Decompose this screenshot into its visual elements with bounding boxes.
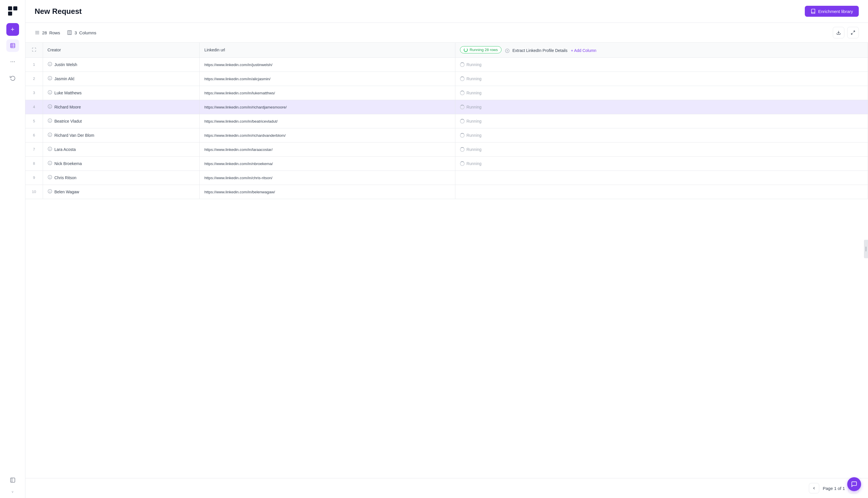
cell-creator: Beatrice Vladut <box>43 114 200 128</box>
row-spinner <box>460 105 464 109</box>
cell-index: 5 <box>25 114 43 128</box>
running-status: Running <box>460 105 863 109</box>
cell-status: Running <box>455 142 868 156</box>
svg-line-19 <box>853 31 855 32</box>
sidebar-item-more[interactable] <box>6 55 19 68</box>
enrichment-library-button[interactable]: Enrichment library <box>805 6 859 17</box>
table-row: 9 Chris Ritsonhttps://www.linkedin.com/i… <box>25 171 868 185</box>
creator-name: Belen Wagaw <box>54 189 79 194</box>
cell-status: Running <box>455 114 868 128</box>
creator-info-icon <box>48 161 52 167</box>
linkedin-url: https://www.linkedin.com/in/belenwagaw/ <box>204 190 275 194</box>
creator-info-icon <box>48 104 52 110</box>
row-spinner <box>460 133 464 137</box>
cell-url: https://www.linkedin.com/in/justinwelsh/ <box>200 57 455 71</box>
th-index <box>25 43 43 57</box>
creator-info-icon <box>48 118 52 124</box>
table-row: 6 Richard Van Der Blomhttps://www.linked… <box>25 128 868 142</box>
table-row: 10 Belen Wagawhttps://www.linkedin.com/i… <box>25 185 868 199</box>
table-container: Creator Linkedin url Running 28 rows <box>25 43 868 478</box>
rows-label: Rows <box>49 30 60 35</box>
cell-index: 9 <box>25 171 43 185</box>
svg-point-7 <box>10 62 11 62</box>
th-extract-label: Extract LinkedIn Profile Details <box>512 48 568 53</box>
creator-name: Richard Moore <box>54 105 81 109</box>
svg-rect-3 <box>10 43 15 48</box>
expand-tab-icon <box>865 246 867 252</box>
add-button[interactable]: + <box>6 23 19 36</box>
creator-name: Jasmin Alić <box>54 77 75 81</box>
svg-point-35 <box>50 107 50 107</box>
svg-point-26 <box>50 65 50 65</box>
cell-creator: Lara Acosta <box>43 142 200 156</box>
running-label: Running <box>466 133 481 137</box>
running-status: Running <box>460 147 863 152</box>
cell-status: Running <box>455 86 868 100</box>
table-row: 8 Nick Broekemahttps://www.linkedin.com/… <box>25 156 868 171</box>
page-title: New Request <box>35 7 82 16</box>
cell-url: https://www.linkedin.com/in/nbroekema/ <box>200 156 455 171</box>
cell-url: https://www.linkedin.com/in/laraacostar/ <box>200 142 455 156</box>
download-icon <box>836 30 841 35</box>
running-badge: Running 28 rows <box>460 46 501 53</box>
cell-status: Running <box>455 100 868 114</box>
cell-creator: Chris Ritson <box>43 171 200 185</box>
cell-status <box>455 171 868 185</box>
cell-index: 6 <box>25 128 43 142</box>
creator-info-icon <box>48 147 52 152</box>
creator-info-icon <box>48 189 52 195</box>
cell-creator: Richard Van Der Blom <box>43 128 200 142</box>
right-expand-tab[interactable] <box>864 240 868 258</box>
app-logo <box>6 4 19 17</box>
prev-page-button[interactable] <box>809 483 819 494</box>
linkedin-url: https://www.linkedin.com/in/alicjasmin/ <box>204 77 271 81</box>
cell-index: 4 <box>25 100 43 114</box>
creator-info-icon <box>48 90 52 96</box>
table-row: 1 Justin Welshhttps://www.linkedin.com/i… <box>25 57 868 71</box>
running-badge-label: Running 28 rows <box>470 48 498 52</box>
svg-rect-10 <box>10 478 15 482</box>
svg-point-38 <box>50 121 50 121</box>
sidebar-item-library[interactable] <box>6 474 19 486</box>
creator-name: Justin Welsh <box>54 62 77 67</box>
add-column-button[interactable]: + Add Column <box>568 47 599 54</box>
table-row: 3 Luke Matthewshttps://www.linkedin.com/… <box>25 86 868 100</box>
cell-index: 2 <box>25 71 43 86</box>
cell-index: 7 <box>25 142 43 156</box>
running-status: Running <box>460 133 863 137</box>
creator-name: Nick Broekema <box>54 161 82 166</box>
creator-info-icon <box>48 132 52 138</box>
toolbar-actions <box>833 27 859 38</box>
running-status: Running <box>460 62 863 67</box>
page-info: Page 1 of 1 <box>823 486 845 491</box>
cell-creator: Belen Wagaw <box>43 185 200 199</box>
enrichment-library-label: Enrichment library <box>818 9 853 14</box>
linkedin-url: https://www.linkedin.com/in/lukematthws/ <box>204 91 275 95</box>
download-button[interactable] <box>833 27 844 38</box>
creator-info-icon <box>48 175 52 181</box>
sidebar: + v <box>0 0 25 498</box>
cell-status: Running <box>455 156 868 171</box>
linkedin-url: https://www.linkedin.com/in/beatricevlad… <box>204 119 278 123</box>
chat-bubble[interactable] <box>847 477 861 491</box>
svg-point-47 <box>50 163 50 164</box>
linkedin-url: https://www.linkedin.com/in/chris-ritson… <box>204 176 272 180</box>
sidebar-bottom: v <box>6 474 19 494</box>
svg-point-8 <box>12 62 13 62</box>
linkedin-url: https://www.linkedin.com/in/richardvande… <box>204 133 285 137</box>
extract-icon <box>505 49 510 53</box>
svg-rect-2 <box>8 12 12 16</box>
cell-status: Running <box>455 57 868 71</box>
sidebar-item-table[interactable] <box>6 39 19 52</box>
cell-url: https://www.linkedin.com/in/chris-ritson… <box>200 171 455 185</box>
toolbar-stats: 28 Rows 3 Columns <box>35 30 96 35</box>
rows-count: 28 <box>42 30 47 35</box>
row-spinner <box>460 77 464 81</box>
svg-rect-0 <box>8 6 12 10</box>
page-header: New Request Enrichment library <box>25 0 868 23</box>
expand-button[interactable] <box>847 27 859 38</box>
cell-url: https://www.linkedin.com/in/beatricevlad… <box>200 114 455 128</box>
sidebar-item-history[interactable] <box>6 71 19 84</box>
creator-name: Luke Matthews <box>54 91 82 95</box>
expand-icon <box>851 30 855 35</box>
